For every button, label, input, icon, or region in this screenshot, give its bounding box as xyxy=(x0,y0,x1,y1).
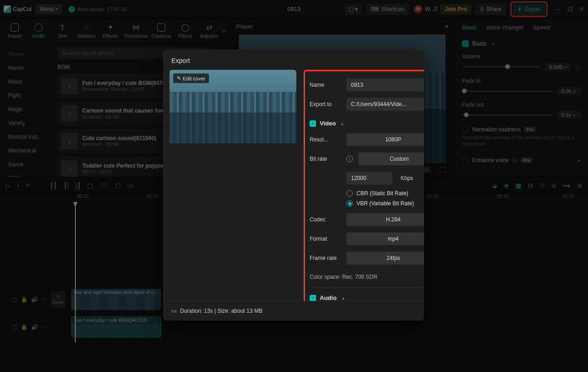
name-input[interactable] xyxy=(346,79,424,91)
bitrate-label: Bit rate xyxy=(310,156,341,162)
video-checkbox[interactable]: ✓ xyxy=(310,120,316,127)
exportto-input[interactable] xyxy=(346,98,424,111)
collapse-icon[interactable]: ▴ xyxy=(341,121,344,126)
codec-dropdown[interactable]: H.264 xyxy=(346,213,424,226)
bitrate-input[interactable] xyxy=(346,172,392,185)
framerate-label: Frame rate xyxy=(310,255,341,261)
resolution-label: Resol... xyxy=(310,136,341,143)
bitrate-dropdown[interactable]: Custom xyxy=(358,152,424,165)
collapse-icon[interactable]: ▴ xyxy=(342,296,345,300)
film-icon: ▭ xyxy=(171,308,176,314)
codec-label: Codec xyxy=(310,216,341,223)
modal-title: Export xyxy=(163,50,424,70)
vbr-radio[interactable] xyxy=(346,200,353,207)
exportto-label: Export to xyxy=(310,101,341,107)
export-modal: Export ✎ Edit cover Name Export to 📁 xyxy=(163,50,424,321)
export-settings-highlight: Name Export to 📁 ✓ Video ▴ Resol... xyxy=(304,70,424,301)
cbr-radio[interactable] xyxy=(346,190,353,197)
framerate-dropdown[interactable]: 24fps xyxy=(346,252,424,265)
audio-checkbox[interactable]: ✓ xyxy=(310,295,316,301)
format-label: Format xyxy=(310,236,341,242)
resolution-dropdown[interactable]: 1080P xyxy=(346,133,424,146)
format-dropdown[interactable]: mp4 xyxy=(346,232,424,245)
edit-cover-button[interactable]: ✎ Edit cover xyxy=(173,73,209,83)
export-footer-info: ▭ Duration: 13s | Size: about 13 MB xyxy=(171,308,262,314)
cover-preview: ✎ Edit cover xyxy=(170,70,296,143)
name-label: Name xyxy=(310,82,341,88)
bitrate-unit: Kbps xyxy=(401,175,413,181)
info-icon[interactable]: i xyxy=(346,156,353,162)
colorspace-text: Color space: Rec. 709 SDR xyxy=(310,274,424,280)
